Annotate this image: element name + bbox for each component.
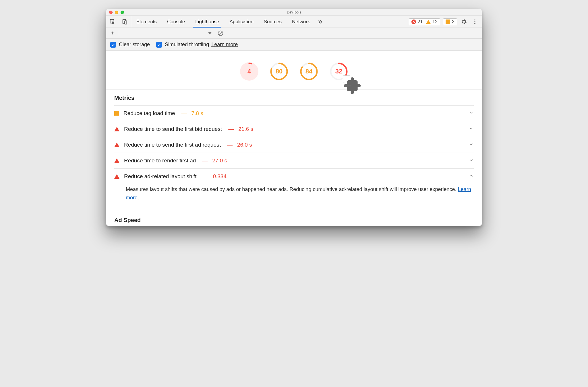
close-window-button[interactable] [109,11,113,14]
settings-icon[interactable] [460,18,468,26]
devtools-toolbar: ElementsConsoleLighthouseApplicationSour… [106,16,482,28]
learn-more-link[interactable]: Learn more [211,42,238,48]
audit-title: Reduce time to send the first ad request [124,142,221,148]
chevron-down-icon [469,126,474,132]
triangle-icon [114,143,119,147]
triangle-icon [114,158,119,163]
audit-title: Reduce ad-related layout shift [124,173,196,180]
tab-elements[interactable]: Elements [131,16,162,28]
error-icon: ✕ [411,20,416,24]
error-count: 21 [418,19,423,24]
kebab-menu-icon[interactable] [471,18,479,26]
inspect-element-icon[interactable] [109,18,117,26]
audit-value: 27.0 s [212,157,227,164]
ad-speed-heading: Ad Speed [106,208,482,226]
chevron-up-icon [469,173,474,180]
clear-icon[interactable] [217,30,224,36]
issues-pill[interactable]: 2 [443,18,457,25]
svg-point-4 [474,21,475,22]
square-icon [114,111,119,116]
triangle-icon [114,127,119,131]
clear-storage-checkbox[interactable]: Clear storage [110,42,150,48]
score-gauge-4[interactable]: 32 [330,62,348,81]
chevron-down-icon [469,110,474,116]
audit-title: Reduce tag load time [123,110,175,116]
svg-line-7 [219,31,223,35]
tab-network[interactable]: Network [287,16,315,28]
issue-count: 2 [452,19,454,24]
minimize-window-button[interactable] [115,11,118,14]
audit-row[interactable]: Reduce time to send the first bid reques… [114,121,474,137]
score-gauge-3[interactable]: 84 [300,62,318,81]
lighthouse-options-bar: Clear storage Simulated throttling Learn… [106,39,482,51]
mac-titlebar: DevTools [106,9,482,16]
audit-description: Measures layout shifts that were caused … [114,184,474,208]
audit-title: Reduce time to send the first bid reques… [124,126,222,132]
audit-row[interactable]: Reduce time to render first ad —27.0 s [114,153,474,168]
score-gauge-2[interactable]: 80 [270,62,288,81]
audit-value: 26.0 s [237,142,252,148]
audit-value: 21.6 s [238,126,253,132]
simulated-throttling-checkbox[interactable]: Simulated throttling [156,42,209,48]
extension-icon [343,75,350,83]
svg-point-5 [474,23,475,24]
audit-title: Reduce time to render first ad [124,157,196,164]
panel-tabs: ElementsConsoleLighthouseApplicationSour… [131,16,315,28]
audit-value: 0.334 [213,173,227,180]
tab-application[interactable]: Application [224,16,258,28]
lighthouse-report: 4808432 Metrics Reduce tag load time —7.… [106,51,482,226]
console-errors-pill[interactable]: ✕ 21 12 [409,18,440,25]
svg-rect-2 [125,21,127,24]
lighthouse-sub-toolbar: + [106,28,482,39]
audit-row[interactable]: Reduce tag load time —7.8 s [114,105,474,121]
report-selector-dropdown[interactable] [208,32,212,34]
tab-sources[interactable]: Sources [259,16,287,28]
learn-more-link[interactable]: Learn more [126,186,471,201]
window-title: DevTools [106,10,482,14]
device-toggle-icon[interactable] [121,18,129,26]
chevron-down-icon [469,142,474,148]
tab-console[interactable]: Console [162,16,190,28]
metrics-list: Reduce tag load time —7.8 sReduce time t… [106,105,482,208]
audit-value: 7.8 s [192,110,203,116]
audit-row[interactable]: Reduce ad-related layout shift —0.334 [114,168,474,184]
chevron-down-icon [469,157,474,164]
svg-point-3 [474,19,475,20]
metrics-heading: Metrics [106,89,482,105]
issue-icon [446,20,450,24]
warning-count: 12 [432,19,438,24]
new-report-button[interactable]: + [109,30,116,36]
maximize-window-button[interactable] [121,11,124,14]
score-gauge-1[interactable]: 4 [240,62,258,81]
triangle-icon [114,174,119,179]
tab-lighthouse[interactable]: Lighthouse [190,16,224,28]
warning-icon [426,20,431,24]
score-gauges: 4808432 [106,62,482,89]
devtools-window: DevTools ElementsConsoleLighthouseApplic… [106,9,482,226]
audit-row[interactable]: Reduce time to send the first ad request… [114,137,474,153]
more-tabs-icon[interactable] [315,16,325,28]
